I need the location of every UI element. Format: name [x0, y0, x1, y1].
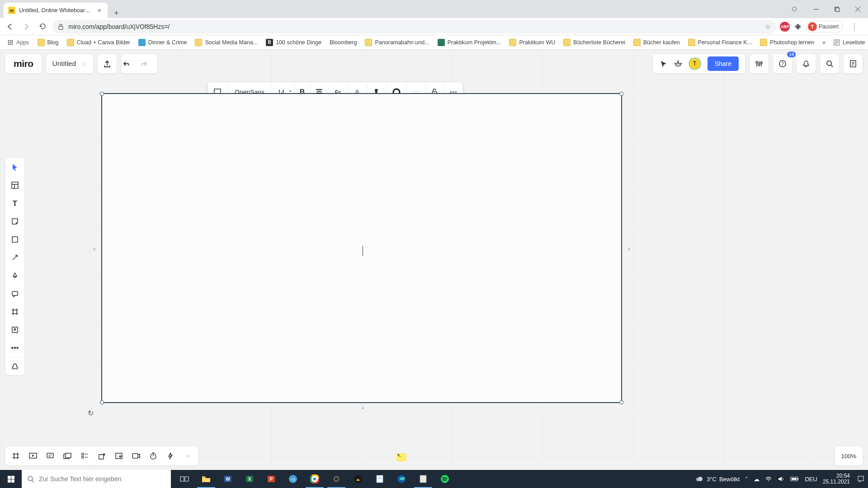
extensions-icon[interactable]: [794, 23, 802, 30]
reading-list-button[interactable]: Leseliste: [830, 39, 868, 46]
voting-button[interactable]: [76, 446, 93, 465]
taskbar-app3-icon[interactable]: [412, 470, 434, 488]
share-button[interactable]: Share: [708, 56, 739, 71]
taskbar-obs-icon[interactable]: [326, 470, 347, 488]
weather-widget[interactable]: 3°C Bewölkt: [695, 475, 740, 483]
bookmark-item[interactable]: Praktikum Projektm...: [434, 37, 505, 48]
comment-tool[interactable]: [5, 285, 24, 303]
resize-handle-ne[interactable]: [619, 92, 623, 96]
board-title-panel[interactable]: Untitled ☆: [46, 54, 94, 73]
settings-button[interactable]: [750, 54, 769, 73]
tray-battery-icon[interactable]: [790, 476, 799, 482]
bolt-button[interactable]: [162, 446, 179, 465]
search-button[interactable]: [820, 54, 839, 73]
upload-tool[interactable]: [5, 321, 24, 339]
mid-handle-w[interactable]: [93, 248, 95, 250]
bookmark-star-icon[interactable]: ☆: [765, 23, 771, 30]
bookmarks-overflow-button[interactable]: »: [819, 39, 829, 46]
frames-panel-button[interactable]: [7, 446, 24, 465]
mid-handle-s[interactable]: [362, 407, 364, 409]
redo-button[interactable]: [139, 61, 156, 67]
taskbar-powerpoint-icon[interactable]: P: [260, 470, 282, 488]
rotate-handle[interactable]: ↻: [88, 409, 94, 418]
tray-onedrive-icon[interactable]: ☁: [754, 476, 760, 483]
miro-logo[interactable]: miro: [5, 54, 42, 73]
tab-close-icon[interactable]: ×: [96, 7, 103, 14]
favorite-star-icon[interactable]: ☆: [80, 60, 87, 68]
export-button[interactable]: [98, 54, 117, 73]
bookmark-item[interactable]: Photoshop lernen: [756, 37, 818, 48]
tray-volume-icon[interactable]: [778, 476, 785, 482]
browser-menu-button[interactable]: ⋮: [847, 22, 862, 31]
tray-clock[interactable]: 20:54 25.11.2021: [823, 473, 852, 485]
bookmark-item[interactable]: Panoramabahn und...: [361, 37, 433, 48]
taskbar-app2-icon[interactable]: [347, 470, 369, 488]
export-image-button[interactable]: [110, 446, 127, 465]
bookmark-item[interactable]: Personal Finance K...: [684, 37, 756, 48]
bookmark-item[interactable]: Dinner & Crime: [135, 37, 190, 48]
reactions-icon[interactable]: [674, 60, 682, 68]
bookmark-item[interactable]: Bloomberg: [326, 38, 360, 47]
bookmark-item[interactable]: Bücherliste Bücherei: [560, 37, 629, 48]
address-input[interactable]: miro.com/app/board/uXjVOf85Hzs=/ ☆: [52, 20, 776, 33]
taskbar-app-icon[interactable]: 73: [282, 470, 304, 488]
video-button[interactable]: [127, 446, 145, 465]
zoom-level[interactable]: 100%: [835, 446, 863, 465]
window-minimize-button[interactable]: [806, 0, 826, 18]
mid-handle-e[interactable]: [628, 248, 630, 250]
template-tool[interactable]: [5, 176, 24, 194]
back-button[interactable]: [4, 20, 16, 33]
taskbar-word-icon[interactable]: W: [217, 470, 239, 488]
bookmark-item[interactable]: Social Media Mana...: [191, 37, 261, 48]
notifications-button[interactable]: [797, 54, 816, 73]
frame-tool[interactable]: [5, 303, 24, 321]
more-tools-button[interactable]: •••: [5, 339, 24, 357]
arrow-tool[interactable]: [5, 249, 24, 267]
cards-button[interactable]: [59, 446, 76, 465]
presentation-button[interactable]: [24, 446, 42, 465]
pen-tool[interactable]: [5, 267, 24, 285]
bookmark-item[interactable]: B100 schöne Dinge: [262, 37, 325, 48]
window-close-button[interactable]: [847, 0, 868, 18]
selected-frame[interactable]: ↻: [101, 93, 622, 403]
window-maximize-button[interactable]: [826, 0, 847, 18]
profile-button[interactable]: T Pausiert: [806, 21, 843, 33]
tray-chevron-icon[interactable]: ˄: [745, 476, 748, 483]
forward-button[interactable]: [20, 20, 33, 33]
undo-button[interactable]: [123, 61, 139, 67]
new-tab-button[interactable]: +: [108, 9, 125, 18]
apps-button[interactable]: [5, 357, 24, 375]
cursor-follow-icon[interactable]: [660, 60, 668, 68]
taskbar-excel-icon[interactable]: X: [239, 470, 260, 488]
shape-tool[interactable]: [5, 230, 24, 249]
apps-button[interactable]: Apps: [4, 38, 33, 47]
bookmark-item[interactable]: Bücher kaufen: [630, 37, 684, 48]
bookmark-item[interactable]: Cload + Canva Bilder: [63, 37, 134, 48]
text-tool[interactable]: T: [5, 194, 24, 212]
bookmark-item[interactable]: Praktikum WU: [505, 37, 559, 48]
browser-tab[interactable]: m Untitled, Online Whiteboard for ×: [4, 3, 108, 18]
task-view-button[interactable]: [174, 470, 195, 488]
reload-button[interactable]: [36, 20, 49, 33]
user-avatar[interactable]: T: [689, 57, 701, 70]
share-link-button[interactable]: [93, 446, 110, 465]
tray-language[interactable]: DEU: [805, 476, 817, 483]
start-button[interactable]: [0, 470, 22, 488]
resize-handle-se[interactable]: [619, 400, 623, 404]
collapse-toolbar-button[interactable]: ‹‹: [179, 446, 196, 465]
taskbar-spotify-icon[interactable]: [434, 470, 456, 488]
taskbar-chrome-icon[interactable]: [304, 470, 326, 488]
sticky-note-tool[interactable]: [5, 212, 24, 230]
tray-notifications-icon[interactable]: [857, 475, 864, 483]
resize-handle-nw[interactable]: [100, 92, 104, 96]
taskbar-search[interactable]: Zur Suche Text hier eingeben: [22, 470, 171, 488]
comments-button[interactable]: [42, 446, 59, 465]
bookmark-item[interactable]: Blog: [34, 37, 62, 48]
help-button[interactable]: ?: [773, 54, 792, 73]
resize-handle-sw[interactable]: [100, 400, 104, 404]
miro-canvas[interactable]: miro Untitled ☆ T Share ? T: [0, 50, 868, 470]
activity-button[interactable]: [844, 54, 863, 73]
abp-extension-icon[interactable]: ABP: [780, 22, 790, 32]
timer-button[interactable]: [145, 446, 162, 465]
taskbar-notepad-icon[interactable]: [369, 470, 391, 488]
